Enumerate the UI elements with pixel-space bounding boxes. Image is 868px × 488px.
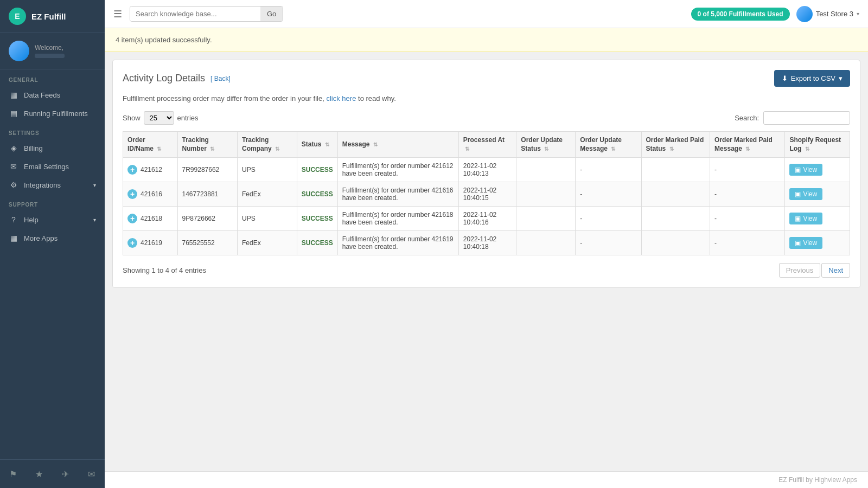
col-processed-at[interactable]: Processed At ⇅ [458,132,516,158]
sidebar-item-billing[interactable]: ◈ Billing [0,139,105,157]
cell-marked-paid-status [641,207,710,231]
cell-status: SUCCESS [297,231,337,255]
cell-message: Fulfillment(s) for order number 421619 h… [337,231,458,255]
plane-icon[interactable]: ✈ [57,465,74,483]
info-link[interactable]: click here [326,94,356,102]
entries-select[interactable]: 10 25 50 100 [144,111,174,125]
order-id-value: 421612 [141,166,162,174]
col-shopify-log[interactable]: Shopify Request Log ⇅ [785,132,850,158]
sidebar-item-integrations[interactable]: ⚙ Integrations ▾ [0,176,105,194]
export-btn-label: Export to CSV [791,74,835,82]
cell-marked-paid-message: - [710,182,785,207]
col-order-id[interactable]: Order ID/Name ⇅ [123,132,178,158]
show-label: Show [123,114,141,122]
table-header-row: Order ID/Name ⇅ Tracking Number ⇅ Tracki… [123,132,850,158]
next-button[interactable]: Next [821,263,850,278]
search-label: Search: [735,114,759,122]
col-order-update-message[interactable]: Order Update Message ⇅ [576,132,641,158]
cell-shopify-log: ▣ View [785,207,850,231]
sort-icon: ⇅ [157,146,161,152]
cell-order-update-status [516,158,576,182]
cell-order-id: + 421618 [123,207,178,231]
order-expand-button[interactable]: + [127,165,137,175]
cell-status: SUCCESS [297,182,337,207]
sidebar-item-label: Data Feeds [24,91,60,99]
cell-tracking-company: FedEx [238,182,297,207]
sidebar-item-label: Email Settings [24,163,69,171]
pagination-buttons: Previous Next [779,263,850,278]
hamburger-icon[interactable]: ☰ [113,8,122,20]
cell-processed-at: 2022-11-02 10:40:15 [458,182,516,207]
status-badge: SUCCESS [302,190,333,198]
sidebar-user: Welcome, [0,33,105,69]
panel-title-wrap: Activity Log Details [ Back] [123,73,231,84]
star-icon[interactable]: ★ [30,465,48,483]
cell-order-update-status [516,207,576,231]
previous-button[interactable]: Previous [779,263,821,278]
sort-icon: ⇅ [465,146,469,152]
col-tracking-company[interactable]: Tracking Company ⇅ [238,132,297,158]
store-name: Test Store 3 [816,10,853,18]
billing-icon: ◈ [9,144,18,152]
view-button[interactable]: ▣ View [789,188,822,200]
sidebar-item-email-settings[interactable]: ✉ Email Settings [0,157,105,176]
sidebar-item-more-apps[interactable]: ▦ More Apps [0,229,105,247]
apps-icon: ▦ [9,234,18,242]
sort-icon: ⇅ [210,146,214,152]
info-text: Fulfillment processing order may differ … [123,94,850,102]
back-link[interactable]: [ Back] [210,75,231,82]
order-id-value: 421618 [141,215,162,222]
settings-section-label: SETTINGS [0,123,105,139]
main-content: ☰ Go 0 of 5,000 Fulfillments Used Test S… [105,0,868,488]
table-body: + 421612 7R99287662 UPS SUCCESS Fulfillm… [123,158,850,255]
col-marked-paid-message[interactable]: Order Marked Paid Message ⇅ [710,132,785,158]
view-button[interactable]: ▣ View [789,213,822,224]
table-search-input[interactable] [763,111,850,125]
cell-marked-paid-message: - [710,207,785,231]
grid-icon: ▦ [9,91,18,99]
view-icon: ▣ [795,215,801,222]
cell-processed-at: 2022-11-02 10:40:16 [458,207,516,231]
store-selector[interactable]: Test Store 3 ▾ [796,6,859,22]
help-icon: ? [9,215,18,224]
sort-icon: ⇅ [373,142,378,147]
col-tracking-number[interactable]: Tracking Number ⇅ [177,132,238,158]
view-button[interactable]: ▣ View [789,237,822,249]
cell-tracking-number: 9P8726662 [177,207,238,231]
mail-icon[interactable]: ✉ [83,465,100,483]
sidebar-item-data-feeds[interactable]: ▦ Data Feeds [0,86,105,104]
export-dropdown-icon: ▾ [839,74,843,82]
info-text-part1: Fulfillment processing order may differ … [123,94,324,102]
search-wrap: Go [130,6,283,22]
username-placeholder [35,54,65,58]
cell-tracking-company: UPS [238,158,297,182]
success-banner: 4 item(s) updated successfully. [105,28,868,52]
col-order-update-status[interactable]: Order Update Status ⇅ [516,132,576,158]
export-csv-button[interactable]: ⬇ Export to CSV ▾ [774,70,850,87]
col-marked-paid-status[interactable]: Order Marked Paid Status ⇅ [641,132,710,158]
page-title: Activity Log Details [123,73,205,84]
view-button[interactable]: ▣ View [789,164,822,176]
search-go-button[interactable]: Go [260,7,283,21]
logo-icon: E [9,8,26,25]
sidebar-item-label: Help [24,216,39,224]
order-expand-button[interactable]: + [127,214,137,223]
list-icon: ▤ [9,109,18,118]
cell-tracking-company: UPS [238,207,297,231]
sidebar-item-running-fulfillments[interactable]: ▤ Running Fulfillments [0,104,105,123]
order-expand-button[interactable]: + [127,189,137,199]
cell-shopify-log: ▣ View [785,231,850,255]
order-expand-button[interactable]: + [127,238,137,248]
sort-icon: ⇅ [275,146,279,152]
col-message[interactable]: Message ⇅ [337,132,458,158]
cell-order-update-message: - [576,158,641,182]
order-id-value: 421616 [141,190,162,198]
col-status[interactable]: Status ⇅ [297,132,337,158]
view-icon: ▣ [795,239,801,247]
flag-icon[interactable]: ⚑ [4,465,22,483]
cell-order-update-status [516,231,576,255]
sidebar-item-help[interactable]: ? Help ▾ [0,210,105,229]
success-message: 4 item(s) updated successfully. [116,36,212,44]
search-input[interactable] [130,7,260,21]
status-badge: SUCCESS [302,166,333,174]
